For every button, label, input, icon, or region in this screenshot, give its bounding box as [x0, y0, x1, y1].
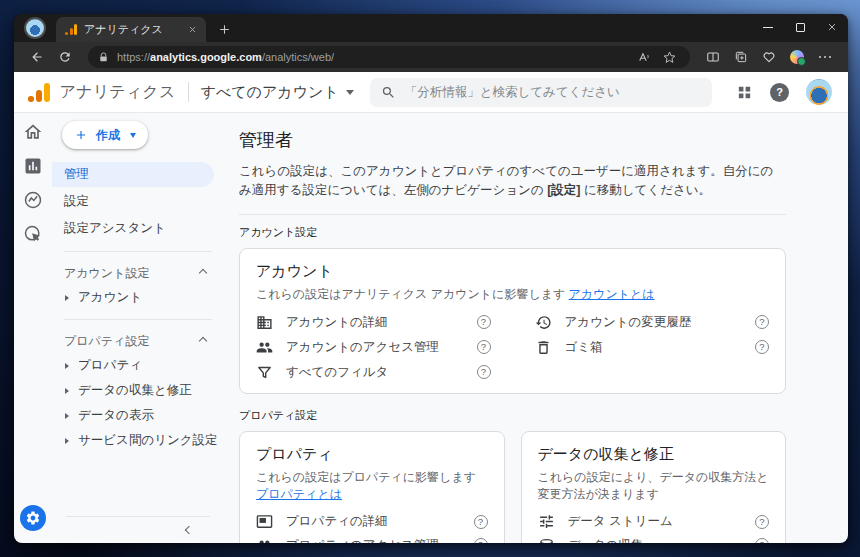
help-circle-icon[interactable]	[755, 515, 769, 529]
admin-main: 管理者 これらの設定は、このアカウントとプロパティのすべてのユーザーに適用されま…	[224, 113, 848, 543]
sidebar-item-settings[interactable]: 設定	[52, 189, 214, 214]
chevron-up-icon	[199, 269, 207, 277]
maximize-button[interactable]	[784, 14, 816, 40]
building-icon	[256, 314, 273, 331]
filter-icon	[256, 364, 273, 381]
help-circle-icon[interactable]	[477, 340, 491, 354]
sidebar-item-data-collection[interactable]: データの収集と修正	[52, 378, 224, 403]
more-options-icon[interactable]	[812, 45, 838, 69]
sidebar-item-product-links[interactable]: サービス間のリンク設定	[52, 428, 224, 453]
sidebar-item-setup-assistant[interactable]: 設定アシスタント	[52, 216, 214, 241]
back-icon[interactable]	[24, 45, 50, 69]
help-circle-icon[interactable]	[474, 538, 488, 543]
sidebar-section-account[interactable]: アカウント設定	[52, 261, 224, 285]
help-circle-icon[interactable]	[755, 340, 769, 354]
property-help-link[interactable]: プロパティとは	[256, 487, 342, 501]
admin-gear-icon[interactable]	[20, 505, 46, 531]
apps-grid-icon[interactable]	[736, 84, 753, 101]
expand-arrow-icon	[65, 438, 69, 444]
help-circle-icon[interactable]	[477, 315, 491, 329]
search-input[interactable]	[405, 85, 701, 99]
people-icon	[256, 537, 273, 544]
help-circle-icon[interactable]	[755, 315, 769, 329]
search-icon	[381, 85, 396, 100]
help-icon[interactable]: ?	[770, 83, 789, 102]
people-icon	[256, 339, 273, 356]
property-card: プロパティ これらの設定はプロパティに影響します プロパティとは プロパティの詳…	[239, 431, 505, 543]
chevron-up-icon	[199, 337, 207, 345]
data-collection-row[interactable]: データの収集	[538, 533, 770, 543]
details-icon	[256, 513, 273, 530]
help-circle-icon[interactable]	[755, 538, 769, 543]
expand-arrow-icon	[65, 413, 69, 419]
card-subtitle: これらの設定により、データの収集方法と変更方法が決まります	[538, 469, 770, 503]
refresh-icon[interactable]	[52, 45, 78, 69]
minimize-button[interactable]	[752, 14, 784, 40]
lock-icon	[98, 52, 109, 63]
chevron-down-icon	[346, 90, 354, 95]
card-title: プロパティ	[256, 445, 488, 464]
property-access-row[interactable]: プロパティのアクセス管理	[256, 533, 488, 543]
split-screen-icon[interactable]	[700, 45, 726, 69]
database-icon	[538, 537, 555, 544]
expand-arrow-icon	[65, 295, 69, 301]
trash-icon	[535, 339, 552, 356]
streams-icon	[538, 513, 555, 530]
tab-close-icon[interactable]	[185, 22, 200, 37]
account-details-row[interactable]: アカウントの詳細	[256, 310, 491, 335]
read-aloud-icon[interactable]	[632, 47, 654, 67]
browser-tab-analytics[interactable]: アナリティクス	[56, 17, 206, 42]
url-text: https://analytics.google.com/analytics/w…	[117, 51, 334, 63]
sidebar-item-data-display[interactable]: データの表示	[52, 403, 224, 428]
chevron-down-icon	[130, 133, 136, 138]
history-icon	[535, 314, 552, 331]
copilot-icon[interactable]	[784, 45, 810, 69]
account-help-link[interactable]: アカウントとは	[569, 287, 655, 301]
help-circle-icon[interactable]	[477, 365, 491, 379]
analytics-header: アナリティクス すべてのアカウント ?	[14, 72, 848, 113]
sidebar-item-property[interactable]: プロパティ	[52, 353, 224, 378]
property-details-row[interactable]: プロパティの詳細	[256, 510, 488, 534]
account-picker[interactable]: すべてのアカウント	[201, 83, 354, 102]
account-access-row[interactable]: アカウントのアクセス管理	[256, 335, 491, 360]
page-title: 管理者	[239, 128, 786, 152]
sidebar-item-admin[interactable]: 管理	[52, 162, 214, 187]
close-button[interactable]	[816, 14, 848, 40]
card-title: アカウント	[256, 262, 769, 281]
data-streams-row[interactable]: データ ストリーム	[538, 510, 770, 534]
sidebar-item-account[interactable]: アカウント	[52, 285, 224, 310]
page-description: これらの設定は、このアカウントとプロパティのすべてのユーザーに適用されます。自分…	[239, 162, 786, 201]
chevron-left-icon	[185, 526, 193, 534]
browser-profile-avatar[interactable]	[24, 17, 46, 39]
advertising-icon[interactable]	[23, 224, 43, 244]
admin-sidebar: 作成 管理 設定 設定アシスタント アカウント設定 アカウント プロパティ設定	[52, 113, 224, 543]
browser-tab-strip: アナリティクス	[14, 14, 848, 42]
sidebar-section-property[interactable]: プロパティ設定	[52, 329, 224, 353]
property-settings-label: プロパティ設定	[239, 408, 786, 423]
tab-title: アナリティクス	[84, 22, 185, 37]
expand-arrow-icon	[65, 363, 69, 369]
reports-icon[interactable]	[23, 156, 43, 176]
user-avatar[interactable]	[806, 79, 832, 105]
trash-row[interactable]: ゴミ箱	[535, 335, 770, 360]
account-change-history-row[interactable]: アカウントの変更履歴	[535, 310, 770, 335]
analytics-logo-icon	[28, 83, 50, 102]
analytics-app: アナリティクス すべてのアカウント ?	[14, 72, 848, 543]
help-circle-icon[interactable]	[474, 515, 488, 529]
collapse-sidebar-button[interactable]	[52, 523, 224, 543]
browser-window: アナリティクス https://analytics.google.com/ana…	[14, 14, 848, 543]
analytics-favicon	[65, 24, 77, 35]
explore-icon[interactable]	[23, 190, 43, 210]
search-bar[interactable]	[370, 78, 712, 107]
home-icon[interactable]	[23, 122, 43, 142]
favorites-star-icon[interactable]	[658, 47, 680, 67]
all-filters-row[interactable]: すべてのフィルタ	[256, 360, 491, 385]
collections-icon[interactable]	[728, 45, 754, 69]
new-tab-button[interactable]	[212, 17, 236, 41]
card-title: データの収集と修正	[538, 445, 770, 464]
create-button[interactable]: 作成	[62, 121, 148, 149]
card-subtitle: これらの設定はプロパティに影響します プロパティとは	[256, 469, 488, 503]
address-bar[interactable]: https://analytics.google.com/analytics/w…	[88, 46, 690, 68]
navigation-rail	[14, 113, 52, 543]
browser-essentials-icon[interactable]	[756, 45, 782, 69]
